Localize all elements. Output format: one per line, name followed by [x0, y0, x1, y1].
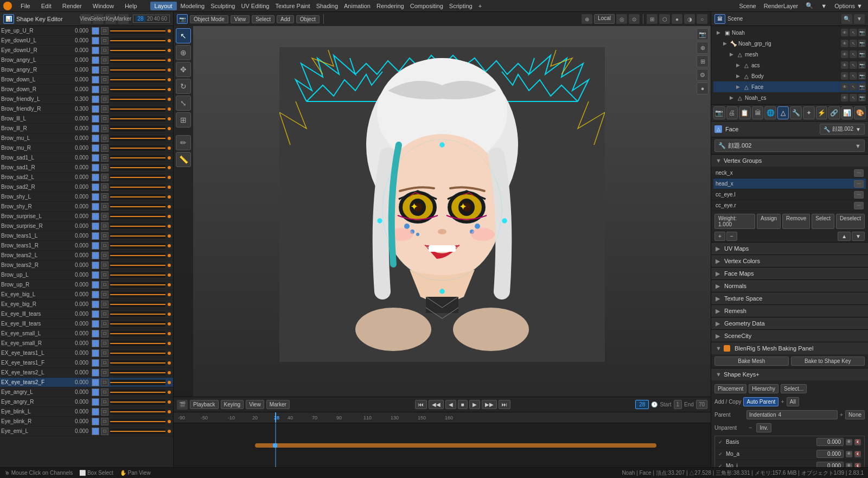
sk-check[interactable]: ✓ — [718, 463, 724, 468]
blenrig-header[interactable]: ▼ BlenRig 5 Mesh Baking Panel — [711, 342, 868, 354]
vg-btn[interactable]: ⋯ — [854, 202, 864, 209]
sk-mini-btn[interactable]: □ — [101, 428, 108, 435]
shape-key-row[interactable]: EX_eye_tears1_F 0.000 □ — [0, 358, 173, 368]
end-frame[interactable]: 70 — [696, 400, 707, 409]
shape-key-row[interactable]: Ex_eye_big_R 0.000 □ — [0, 299, 173, 309]
shape-key-row[interactable]: Brow_tears1_L 0.000 □ — [0, 231, 173, 241]
sk-mini-btn[interactable]: □ — [101, 349, 108, 357]
menu-window[interactable]: Window — [91, 3, 116, 9]
placement-btn[interactable]: Placement — [714, 384, 746, 393]
menu-help[interactable]: Help — [123, 3, 139, 9]
step-back-btn[interactable]: ◀◀ — [429, 400, 444, 409]
overlay-icon[interactable]: ⊞ — [647, 14, 658, 24]
play-back-btn[interactable]: ◀ — [445, 400, 456, 409]
orientation-btn[interactable]: Local — [594, 14, 615, 24]
sk-visibility-check[interactable] — [92, 164, 99, 171]
sk-mini-btn[interactable]: □ — [101, 86, 108, 93]
sk-visibility-check[interactable] — [92, 408, 99, 416]
sk-visibility-check[interactable] — [92, 359, 99, 367]
sk-mini-btn[interactable]: □ — [101, 320, 108, 328]
select-menu-btn[interactable]: Select — [93, 14, 104, 24]
skp-item[interactable]: ✓ Mo_a 0.000 👁 🔇 — [715, 448, 864, 460]
sk-visibility-check[interactable] — [92, 262, 99, 269]
modifier-props-tab[interactable]: 🔧 — [790, 106, 802, 119]
vertex-groups-header[interactable]: ▼ Vertex Groups — [711, 155, 868, 167]
select-icon[interactable]: ↖ — [850, 29, 857, 36]
workspace-tab-shading[interactable]: Shading — [314, 3, 340, 9]
shape-key-row[interactable]: Eye_up_U_R 0.000 □ — [0, 26, 173, 36]
sk-mute[interactable]: 🔇 — [854, 451, 861, 457]
sk-visibility-check[interactable] — [92, 37, 99, 44]
sk-mini-btn[interactable]: □ — [101, 281, 108, 289]
section-header[interactable]: ▶ Normals — [711, 280, 868, 292]
move-tool-btn[interactable]: ✥ — [176, 62, 191, 77]
sk-visibility-check[interactable] — [92, 310, 99, 318]
select-icon[interactable]: ↖ — [850, 40, 857, 47]
sk-visibility-check[interactable] — [92, 193, 99, 201]
modifier-expand-icon[interactable]: ▼ — [855, 143, 861, 149]
data-props-tab[interactable]: 📊 — [841, 106, 853, 119]
sk-visibility-check[interactable] — [92, 86, 99, 93]
scene-selector[interactable]: Scene — [737, 3, 758, 9]
view-menu-btn[interactable]: View — [80, 14, 91, 24]
vg-scroll-up-btn[interactable]: ▲ — [838, 232, 851, 241]
sk-mini-btn[interactable]: □ — [101, 369, 108, 377]
sk-mini-btn[interactable]: □ — [101, 27, 108, 35]
shape-key-row[interactable]: Ex_eye_lll_tears 0.000 □ — [0, 309, 173, 319]
shape-key-row[interactable]: Eye_angry_R 0.000 □ — [0, 397, 173, 407]
shape-key-row[interactable]: Eye_angry_L 0.000 □ — [0, 387, 173, 397]
shape-key-row[interactable]: Brow_surprise_L 0.000 □ — [0, 212, 173, 221]
blender-logo-icon[interactable] — [3, 2, 12, 10]
tree-item-noah_cs[interactable]: ▶ △ Noah_cs 👁 ↖ 📷 — [713, 92, 866, 103]
visibility-icon[interactable]: 👁 — [841, 94, 848, 101]
cursor-tool-btn[interactable]: ⊕ — [176, 45, 191, 60]
shape-key-row[interactable]: Brow_sad1_L 0.000 □ — [0, 153, 173, 163]
vg-deselect-btn[interactable]: Deselect — [836, 214, 865, 229]
tree-item-face[interactable]: ▶ △ Face 👁 ↖ 📷 — [713, 81, 866, 92]
render-icon[interactable]: 📷 — [858, 61, 866, 69]
sk-mini-btn[interactable]: □ — [101, 330, 108, 337]
proportional-edit-icon[interactable]: ⊙ — [629, 14, 640, 24]
vg-remove-btn[interactable]: Remove — [782, 214, 810, 229]
tree-item-mesh[interactable]: ▶ △ mesh 👁 ↖ 📷 — [713, 49, 866, 60]
menu-render[interactable]: Render — [60, 3, 84, 9]
sk-mini-btn[interactable]: □ — [101, 359, 108, 367]
sk-mini-btn[interactable]: □ — [101, 154, 108, 162]
shape-keys-plus-header[interactable]: ▼ Shape Keys+ — [711, 368, 868, 380]
section-header[interactable]: ▶ SceneCity — [711, 330, 868, 342]
sk-item-value[interactable]: 0.000 — [816, 450, 844, 458]
measure-tool-btn[interactable]: 📏 — [176, 152, 191, 167]
render-icon[interactable]: 📷 — [858, 29, 866, 36]
shape-key-row[interactable]: Eye_downU_L 0.000 □ — [0, 36, 173, 46]
timeline-keyframes[interactable] — [174, 423, 711, 467]
sk-visibility-check[interactable] — [92, 349, 99, 357]
sk-visibility-check[interactable] — [92, 369, 99, 377]
sk-mini-btn[interactable]: □ — [101, 174, 108, 181]
sk-visibility-check[interactable] — [92, 95, 99, 103]
shape-key-editor-icon[interactable]: 📊 — [3, 14, 14, 24]
jump-end-btn[interactable]: ⏭ — [499, 400, 510, 409]
sk-mini-btn[interactable]: □ — [101, 213, 108, 220]
scene-icon[interactable]: 🏛 — [714, 14, 725, 24]
tree-item-body[interactable]: ▶ △ Body 👁 ↖ 📷 — [713, 71, 866, 81]
step-forward-btn[interactable]: ▶▶ — [482, 400, 497, 409]
sk-visibility-check[interactable] — [92, 115, 99, 123]
particles-tab[interactable]: ✦ — [803, 106, 815, 119]
constraints-tab[interactable]: 🔗 — [828, 106, 840, 119]
workspace-tab-sculpting[interactable]: Sculpting — [208, 3, 237, 9]
sk-mini-btn[interactable]: □ — [101, 291, 108, 298]
tree-item-acs[interactable]: ▶ △ acs 👁 ↖ 📷 — [713, 60, 866, 71]
shape-key-row[interactable]: Ex_eye_small_R 0.000 □ — [0, 339, 173, 348]
sk-visibility-check[interactable] — [92, 281, 99, 289]
render-icon[interactable]: 📷 — [858, 94, 866, 101]
shape-key-row[interactable]: Ex_eye_small_L 0.000 □ — [0, 329, 173, 339]
filter-btn[interactable]: ▼ — [819, 3, 829, 9]
select-icon[interactable]: ↖ — [850, 83, 857, 91]
inv-btn[interactable]: Inv. — [756, 423, 771, 432]
sk-mini-btn[interactable]: □ — [101, 37, 108, 44]
sk-visibility-check[interactable] — [92, 242, 99, 250]
material-view-icon[interactable]: ◑ — [684, 14, 695, 24]
select-tool-btn[interactable]: ↖ — [176, 28, 191, 43]
viewport-select-btn[interactable]: Select — [252, 15, 275, 23]
bake-mesh-btn[interactable]: Bake Mesh — [714, 356, 789, 366]
